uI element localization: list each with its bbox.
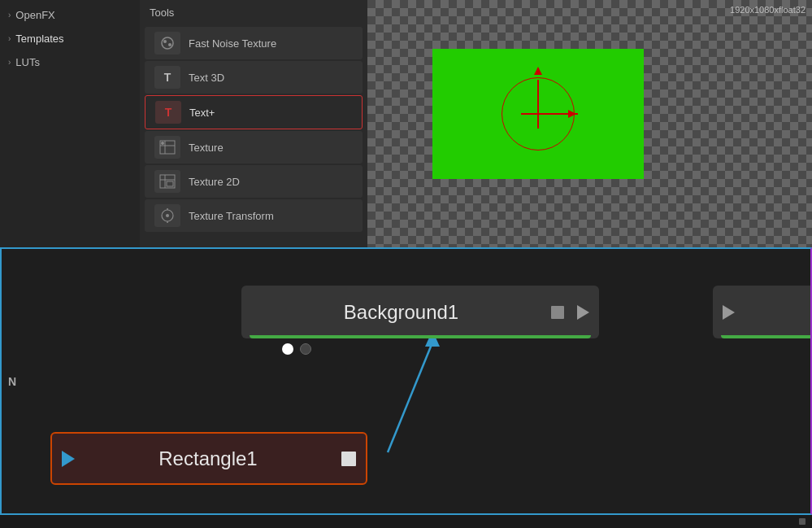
- arrow-up: [534, 67, 542, 75]
- bottom-bar: [0, 515, 812, 528]
- texture-transform-icon: [154, 204, 180, 227]
- node-partial-footer: [721, 335, 810, 338]
- svg-point-6: [161, 142, 164, 145]
- sidebar-item-openfx[interactable]: › OpenFX: [0, 3, 140, 27]
- tool-texture-2d[interactable]: Texture 2D: [145, 165, 363, 198]
- rect-output-connector[interactable]: [341, 452, 356, 466]
- node-graph: N Background1 Rectan: [0, 247, 812, 515]
- svg-point-12: [166, 214, 169, 217]
- tools-panel: Tools Fast Noise Texture T Text 3D T Tex…: [140, 0, 367, 247]
- preview-resolution: 1920x1080xfloat32: [730, 5, 805, 15]
- node-rectangle1[interactable]: Rectangle1: [50, 432, 367, 485]
- text-plus-icon: T: [155, 101, 181, 124]
- tool-texture[interactable]: Texture: [145, 131, 363, 164]
- fast-noise-texture-icon: [154, 32, 180, 55]
- node-partial-right[interactable]: [713, 286, 810, 338]
- bottom-indicator: [799, 518, 805, 525]
- arrow-icon: ›: [8, 11, 11, 20]
- preview-green-rect: [432, 49, 644, 179]
- crosshair-v: [537, 80, 539, 129]
- sidebar: › OpenFX › Templates › LUTs: [0, 0, 140, 247]
- arrow-icon: ›: [8, 58, 11, 67]
- svg-point-0: [162, 37, 173, 49]
- node-partial-play[interactable]: [723, 305, 735, 320]
- tool-texture-transform[interactable]: Texture Transform: [145, 199, 363, 232]
- dot-dark[interactable]: [300, 343, 311, 355]
- tools-header: Tools: [140, 0, 367, 25]
- preview-area: 1920x1080xfloat32: [367, 0, 812, 247]
- sidebar-item-templates[interactable]: › Templates: [0, 27, 140, 50]
- svg-point-2: [168, 43, 172, 46]
- texture-icon: [154, 136, 180, 159]
- node-footer-bar: [250, 335, 591, 338]
- node-output-connector[interactable]: [551, 306, 564, 319]
- node-graph-label: N: [8, 375, 16, 388]
- tool-fast-noise-texture[interactable]: Fast Noise Texture: [145, 27, 363, 59]
- svg-point-1: [163, 40, 167, 43]
- arrow-icon: ›: [8, 34, 11, 43]
- top-area: › OpenFX › Templates › LUTs Tools Fast N…: [0, 0, 812, 247]
- texture-2d-icon: [154, 170, 180, 193]
- rect-play-left[interactable]: [62, 451, 75, 467]
- arrow-right: [568, 110, 576, 118]
- svg-line-15: [388, 343, 432, 452]
- node-play-button[interactable]: [577, 305, 589, 320]
- tool-text-3d[interactable]: T Text 3D: [145, 61, 363, 94]
- text-3d-icon: T: [154, 66, 180, 89]
- sidebar-item-luts[interactable]: › LUTs: [0, 50, 140, 74]
- svg-rect-10: [167, 181, 173, 186]
- node-background1[interactable]: Background1: [241, 286, 599, 338]
- node-graph-inner: N Background1 Rectan: [2, 249, 810, 513]
- dot-white[interactable]: [282, 343, 293, 355]
- tool-text-plus[interactable]: T Text+: [145, 95, 363, 129]
- node-dot-group: [282, 343, 311, 355]
